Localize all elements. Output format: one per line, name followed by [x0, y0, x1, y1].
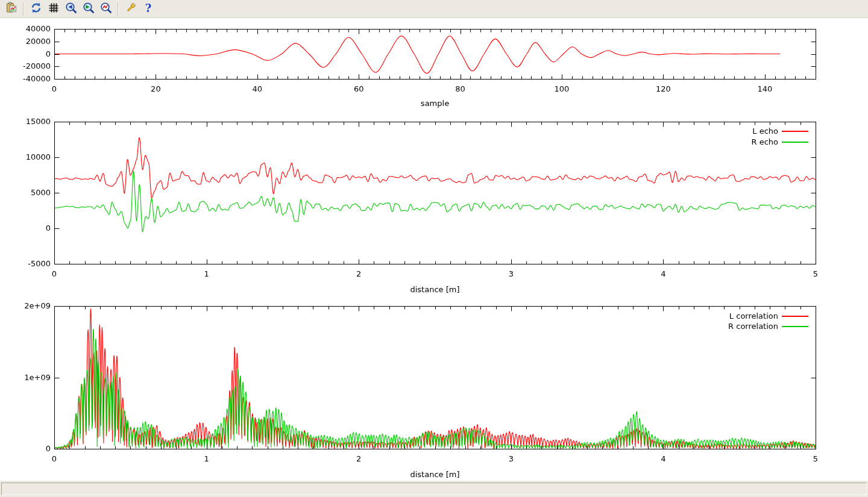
plot-canvas[interactable] [0, 0, 868, 497]
zoom-next-button[interactable] [80, 1, 97, 17]
grid-icon [48, 2, 60, 16]
help-icon: ? [142, 2, 154, 16]
wrench-icon [125, 2, 137, 16]
refresh-icon [30, 2, 42, 16]
replot-button[interactable] [27, 1, 45, 17]
zoom-previous-button[interactable] [62, 1, 80, 17]
status-field [1, 483, 867, 495]
copy-to-clipboard-button[interactable] [2, 1, 20, 17]
magnifier-forward-icon [83, 2, 95, 16]
toggle-grid-button[interactable] [45, 1, 62, 17]
toolbar-separator [23, 2, 24, 16]
toolbar-separator [118, 2, 119, 16]
autoscale-button[interactable] [97, 1, 115, 17]
help-button[interactable]: ? [139, 1, 157, 17]
toolbar: ? [0, 0, 868, 18]
status-bar [0, 481, 868, 497]
magnifier-back-icon [65, 2, 77, 16]
svg-text:?: ? [145, 2, 151, 14]
clipboard-export-icon [5, 2, 17, 16]
magnifier-autoscale-icon [100, 2, 112, 16]
configure-button[interactable] [122, 1, 139, 17]
